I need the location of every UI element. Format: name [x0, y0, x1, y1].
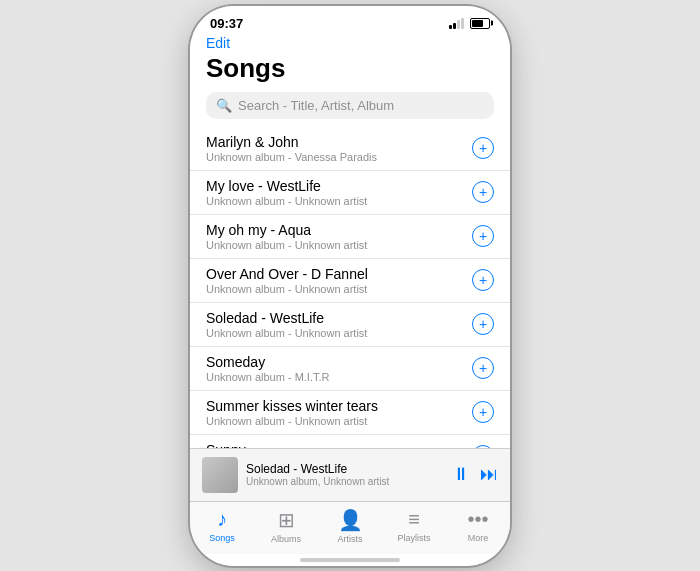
tab-label-artists: Artists — [337, 534, 362, 544]
song-title: Marilyn & John — [206, 134, 472, 150]
song-subtitle: Unknown album - Unknown artist — [206, 327, 472, 339]
page-title: Songs — [206, 53, 494, 84]
home-indicator — [190, 554, 510, 566]
song-item[interactable]: Sunny Unknown album - Boney M + — [190, 435, 510, 448]
song-info: My oh my - Aqua Unknown album - Unknown … — [206, 222, 472, 251]
song-title: My love - WestLife — [206, 178, 472, 194]
song-subtitle: Unknown album - Vanessa Paradis — [206, 151, 472, 163]
tab-more[interactable]: ••• More — [446, 508, 510, 544]
song-subtitle: Unknown album - Unknown artist — [206, 195, 472, 207]
tab-icon-more: ••• — [467, 508, 488, 531]
song-item[interactable]: Summer kisses winter tears Unknown album… — [190, 391, 510, 435]
tab-icon-songs: ♪ — [217, 508, 227, 531]
song-subtitle: Unknown album - Unknown artist — [206, 283, 472, 295]
song-title: Soledad - WestLife — [206, 310, 472, 326]
phone-frame: 09:37 Edit Songs 🔍 Search - Title, Artis… — [190, 6, 510, 566]
header-area: Edit Songs 🔍 Search - Title, Artist, Alb… — [190, 35, 510, 127]
song-add-button[interactable]: + — [472, 269, 494, 291]
tab-artists[interactable]: 👤 Artists — [318, 508, 382, 544]
song-info: Summer kisses winter tears Unknown album… — [206, 398, 472, 427]
mini-album-art — [202, 457, 238, 493]
song-add-button[interactable]: + — [472, 225, 494, 247]
tab-bar: ♪ Songs ⊞ Albums 👤 Artists ≡ Playlists •… — [190, 501, 510, 554]
search-icon: 🔍 — [216, 98, 232, 113]
song-subtitle: Unknown album - M.I.T.R — [206, 371, 472, 383]
pause-button[interactable]: ⏸ — [452, 464, 470, 485]
song-title: My oh my - Aqua — [206, 222, 472, 238]
status-time: 09:37 — [210, 16, 243, 31]
song-add-button[interactable]: + — [472, 313, 494, 335]
tab-albums[interactable]: ⊞ Albums — [254, 508, 318, 544]
tab-icon-artists: 👤 — [338, 508, 363, 532]
song-info: Over And Over - D Fannel Unknown album -… — [206, 266, 472, 295]
battery-icon — [470, 18, 490, 29]
status-bar: 09:37 — [190, 6, 510, 35]
song-item[interactable]: My love - WestLife Unknown album - Unkno… — [190, 171, 510, 215]
edit-button[interactable]: Edit — [206, 35, 494, 51]
tab-label-albums: Albums — [271, 534, 301, 544]
tab-icon-albums: ⊞ — [278, 508, 295, 532]
song-add-button[interactable]: + — [472, 401, 494, 423]
song-item[interactable]: Soledad - WestLife Unknown album - Unkno… — [190, 303, 510, 347]
status-icons — [449, 18, 490, 29]
song-add-button[interactable]: + — [472, 357, 494, 379]
song-info: My love - WestLife Unknown album - Unkno… — [206, 178, 472, 207]
search-bar[interactable]: 🔍 Search - Title, Artist, Album — [206, 92, 494, 119]
fast-forward-button[interactable]: ⏭ — [480, 464, 498, 485]
songs-list: Marilyn & John Unknown album - Vanessa P… — [190, 127, 510, 448]
mini-song-subtitle: Unknown album, Unknown artist — [246, 476, 444, 487]
tab-songs[interactable]: ♪ Songs — [190, 508, 254, 544]
tab-label-songs: Songs — [209, 533, 235, 543]
mini-song-info: Soledad - WestLife Unknown album, Unknow… — [246, 462, 444, 487]
song-title: Summer kisses winter tears — [206, 398, 472, 414]
tab-label-more: More — [468, 533, 489, 543]
mini-controls: ⏸ ⏭ — [452, 464, 498, 485]
song-add-button[interactable]: + — [472, 137, 494, 159]
song-subtitle: Unknown album - Unknown artist — [206, 415, 472, 427]
signal-bars-icon — [449, 18, 464, 29]
song-title: Someday — [206, 354, 472, 370]
song-item[interactable]: Marilyn & John Unknown album - Vanessa P… — [190, 127, 510, 171]
tab-icon-playlists: ≡ — [408, 508, 420, 531]
song-title: Over And Over - D Fannel — [206, 266, 472, 282]
song-item[interactable]: Over And Over - D Fannel Unknown album -… — [190, 259, 510, 303]
song-info: Someday Unknown album - M.I.T.R — [206, 354, 472, 383]
tab-label-playlists: Playlists — [397, 533, 430, 543]
mini-player[interactable]: Soledad - WestLife Unknown album, Unknow… — [190, 448, 510, 501]
search-placeholder: Search - Title, Artist, Album — [238, 98, 394, 113]
mini-song-title: Soledad - WestLife — [246, 462, 444, 476]
song-item[interactable]: Someday Unknown album - M.I.T.R + — [190, 347, 510, 391]
tab-playlists[interactable]: ≡ Playlists — [382, 508, 446, 544]
song-info: Soledad - WestLife Unknown album - Unkno… — [206, 310, 472, 339]
song-item[interactable]: My oh my - Aqua Unknown album - Unknown … — [190, 215, 510, 259]
song-subtitle: Unknown album - Unknown artist — [206, 239, 472, 251]
song-add-button[interactable]: + — [472, 181, 494, 203]
song-info: Marilyn & John Unknown album - Vanessa P… — [206, 134, 472, 163]
